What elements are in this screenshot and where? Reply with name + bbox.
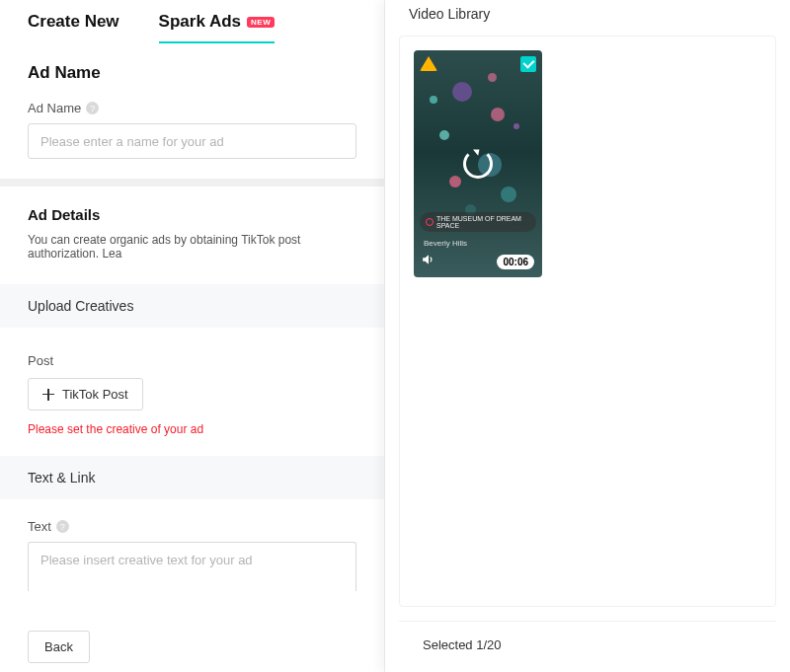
button-label: TikTok Post — [62, 387, 128, 402]
video-thumbnail[interactable]: THE MUSEUM OF DREAM SPACE Beverly Hills … — [414, 50, 542, 277]
selection-count: Selected 1/20 — [399, 621, 776, 672]
tab-label: Spark Ads — [159, 12, 241, 32]
help-icon[interactable]: ? — [86, 102, 99, 114]
header-text: Upload Creatives — [28, 298, 133, 314]
video-library-panel: Video Library THE MUSEUM OF DREAM SP — [385, 0, 790, 672]
tag-dot-icon — [426, 218, 434, 226]
ad-name-input[interactable] — [28, 123, 356, 159]
warning-icon — [420, 56, 437, 71]
divider — [0, 179, 384, 187]
label-text: Text — [28, 519, 51, 534]
section-ad-name: Ad Name Ad Name ? — [0, 43, 384, 179]
plus-icon — [42, 389, 54, 401]
upload-creatives-header: Upload Creatives — [0, 284, 384, 328]
field-label-ad-name: Ad Name ? — [28, 101, 356, 115]
upload-creatives-body: Post TikTok Post Please set the creative… — [0, 334, 384, 456]
label-text: Ad Name — [28, 101, 81, 115]
video-library-body: THE MUSEUM OF DREAM SPACE Beverly Hills … — [399, 36, 776, 607]
section-title: Ad Details — [28, 206, 356, 223]
volume-icon[interactable] — [422, 252, 435, 269]
ad-form-panel: Create New Spark Ads NEW Ad Name Ad Name… — [0, 0, 385, 672]
text-link-body: Text ? — [0, 499, 384, 615]
tabs: Create New Spark Ads NEW — [0, 0, 384, 43]
section-title: Ad Name — [28, 63, 356, 83]
tab-spark-ads[interactable]: Spark Ads NEW — [159, 12, 276, 43]
post-label: Post — [28, 353, 356, 368]
field-label-text: Text ? — [28, 519, 356, 534]
tab-create-new[interactable]: Create New — [28, 12, 119, 43]
new-badge: NEW — [247, 17, 275, 28]
add-tiktok-post-button[interactable]: TikTok Post — [28, 378, 143, 411]
tag-text: THE MUSEUM OF DREAM SPACE — [436, 215, 530, 229]
selected-check-icon[interactable] — [520, 56, 536, 72]
help-icon[interactable]: ? — [56, 520, 69, 533]
video-library-title: Video Library — [385, 0, 790, 36]
thumbnail-tag: THE MUSEUM OF DREAM SPACE — [420, 212, 536, 232]
text-link-header: Text & Link — [0, 456, 384, 499]
button-label: Back — [44, 639, 73, 654]
creative-error-text: Please set the creative of your ad — [28, 422, 356, 436]
header-text: Text & Link — [28, 470, 95, 485]
ad-details-description: You can create organic ads by obtaining … — [28, 233, 356, 261]
tab-label: Create New — [28, 12, 119, 32]
creative-text-input[interactable] — [28, 542, 356, 591]
section-ad-details: Ad Details You can create organic ads by… — [0, 187, 384, 284]
thumbnail-location: Beverly Hills — [424, 239, 467, 248]
thumbnail-duration: 00:06 — [497, 255, 534, 269]
back-button[interactable]: Back — [28, 631, 90, 663]
